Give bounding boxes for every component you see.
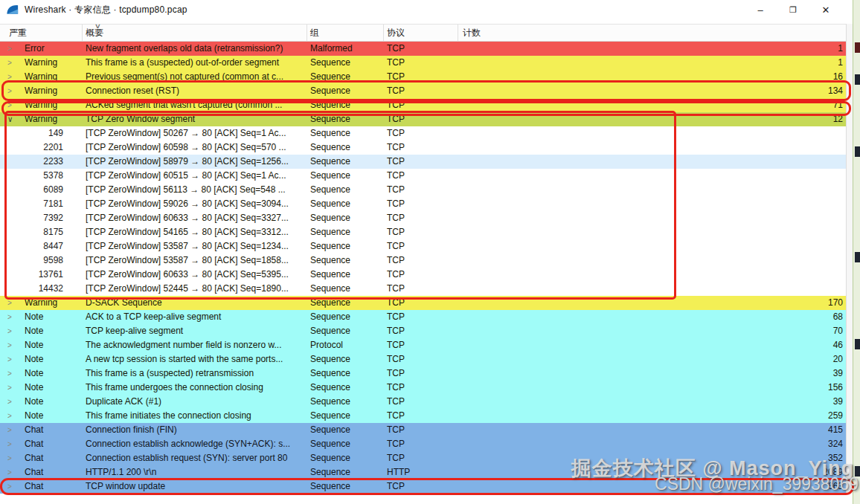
expert-row[interactable]: >WarningACKed segment that wasn't captur… (0, 98, 846, 112)
chevron-right-icon[interactable]: > (7, 381, 16, 395)
expert-row[interactable]: >NoteTCP keep-alive segmentSequenceTCP70 (0, 324, 846, 338)
expert-row[interactable]: ∨WarningTCP Zero Window segmentSequenceT… (0, 112, 846, 126)
expert-row[interactable]: >NoteA new tcp session is started with t… (0, 352, 846, 366)
expert-row[interactable]: >ChatConnection finish (FIN)SequenceTCP4… (0, 423, 846, 437)
chevron-right-icon[interactable]: > (7, 423, 16, 437)
summary-cell: [TCP ZeroWindow] 60598 → 80 [ACK] Seq=57… (83, 140, 307, 155)
column-header-group[interactable]: 组 (307, 25, 384, 41)
chevron-right-icon[interactable]: > (7, 437, 16, 451)
expert-row[interactable]: >ChatConnection establish acknowledge (S… (0, 437, 846, 451)
packet-row[interactable]: 14432[TCP ZeroWindow] 52445 → 80 [ACK] S… (0, 282, 846, 296)
chevron-right-icon[interactable]: > (7, 56, 16, 70)
packet-row[interactable]: 7392[TCP ZeroWindow] 60633 → 80 [ACK] Se… (0, 211, 846, 225)
protocol-cell: TCP (384, 338, 458, 352)
column-header-summary[interactable]: 概要 (83, 25, 307, 41)
chevron-right-icon[interactable]: > (7, 310, 16, 324)
severity-cell: >Chat (0, 437, 83, 451)
packet-row[interactable]: 2201[TCP ZeroWindow] 60598 → 80 [ACK] Se… (0, 140, 846, 155)
severity-cell: >Note (0, 338, 83, 352)
chevron-right-icon[interactable]: > (7, 409, 16, 423)
count-cell: 415 (458, 423, 846, 437)
expert-row[interactable]: >WarningD-SACK SequenceSequenceTCP170 (0, 296, 846, 310)
chevron-right-icon[interactable]: > (7, 296, 16, 310)
vertical-scrollbar[interactable] (846, 24, 853, 494)
severity-cell: >Chat (0, 465, 83, 479)
chevron-right-icon[interactable]: > (7, 352, 16, 366)
expert-row[interactable]: >WarningPrevious segment(s) not captured… (0, 70, 846, 84)
packet-row[interactable]: 9598[TCP ZeroWindow] 53587 → 80 [ACK] Se… (0, 253, 846, 268)
chevron-right-icon[interactable]: > (7, 42, 16, 56)
packet-row[interactable]: 8175[TCP ZeroWindow] 54165 → 80 [ACK] Se… (0, 225, 846, 239)
packet-row[interactable]: 5378[TCP ZeroWindow] 60515 → 80 [ACK] Se… (0, 169, 846, 183)
summary-cell: Connection establish request (SYN): serv… (83, 451, 307, 465)
packet-row[interactable]: 6089[TCP ZeroWindow] 56113 → 80 [ACK] Se… (0, 183, 846, 197)
expert-row[interactable]: >WarningThis frame is a (suspected) out-… (0, 56, 846, 70)
column-header-severity[interactable]: 严重 (0, 25, 83, 41)
severity-cell: >Note (0, 310, 83, 324)
count-cell: 170 (458, 296, 846, 310)
chevron-right-icon[interactable]: > (7, 465, 16, 479)
group-cell: Sequence (307, 112, 384, 126)
protocol-cell: TCP (384, 84, 458, 98)
protocol-cell: TCP (384, 112, 458, 126)
severity-label: Note (25, 352, 43, 366)
packet-row[interactable]: 149[TCP ZeroWindow] 50267 → 80 [ACK] Seq… (0, 126, 846, 140)
chevron-right-icon[interactable]: > (7, 451, 16, 465)
expert-row[interactable]: >ChatConnection establish request (SYN):… (0, 451, 846, 465)
protocol-cell: TCP (384, 155, 458, 169)
count-cell: 39 (458, 366, 846, 381)
count-cell (458, 155, 846, 169)
window-title: Wireshark · 专家信息 · tcpdump80.pcap (25, 4, 187, 16)
expert-row[interactable]: >NoteThe acknowledgment number field is … (0, 338, 846, 352)
expert-row[interactable]: >WarningConnection reset (RST)SequenceTC… (0, 84, 846, 98)
expert-row[interactable]: >NoteThis frame initiates the connection… (0, 409, 846, 423)
severity-cell: >Chat (0, 423, 83, 437)
summary-cell: D-SACK Sequence (83, 296, 307, 310)
group-cell: Sequence (307, 84, 384, 98)
summary-cell: ACK to a TCP keep-alive segment (83, 310, 307, 324)
minimize-button[interactable]: – (744, 0, 777, 19)
expert-row[interactable]: >ChatHTTP/1.1 200 \r\nSequenceHTTP2089 (0, 465, 846, 479)
chevron-right-icon[interactable]: > (7, 338, 16, 352)
summary-cell: [TCP ZeroWindow] 60633 → 80 [ACK] Seq=33… (83, 211, 307, 225)
packet-row[interactable]: 2233[TCP ZeroWindow] 58979 → 80 [ACK] Se… (0, 155, 846, 169)
chevron-right-icon[interactable]: > (7, 70, 16, 84)
chevron-right-icon[interactable]: > (7, 395, 16, 409)
packet-row[interactable]: 8447[TCP ZeroWindow] 53587 → 80 [ACK] Se… (0, 239, 846, 253)
severity-label: Error (25, 42, 45, 56)
chevron-right-icon[interactable]: > (7, 324, 16, 338)
packet-number: 8447 (0, 239, 63, 253)
protocol-cell: TCP (384, 451, 458, 465)
chevron-right-icon[interactable]: > (7, 479, 16, 494)
severity-label: Warning (25, 84, 57, 98)
expert-row[interactable]: >ErrorNew fragment overlaps old data (re… (0, 42, 846, 56)
severity-label: Chat (25, 437, 43, 451)
chevron-right-icon[interactable]: > (7, 84, 16, 98)
protocol-cell: TCP (384, 437, 458, 451)
expert-row[interactable]: >NoteACK to a TCP keep-alive segmentSequ… (0, 310, 846, 324)
packet-row[interactable]: 13761[TCP ZeroWindow] 60633 → 80 [ACK] S… (0, 268, 846, 282)
expert-row[interactable]: >NoteDuplicate ACK (#1)SequenceTCP39 (0, 395, 846, 409)
expert-row[interactable]: >ChatTCP window updateSequenceTCP663 (0, 479, 846, 494)
chevron-right-icon[interactable]: > (7, 98, 16, 112)
summary-cell: ACKed segment that wasn't captured (comm… (83, 98, 307, 112)
column-header-protocol[interactable]: 协议 (384, 25, 458, 41)
severity-label: Chat (25, 423, 43, 437)
maximize-button[interactable]: ❐ (777, 0, 809, 19)
group-cell: Sequence (307, 169, 384, 183)
expert-row[interactable]: >NoteThis frame is a (suspected) retrans… (0, 366, 846, 381)
packet-number: 13761 (0, 268, 63, 282)
severity-cell: 14432 (0, 282, 83, 296)
chevron-right-icon[interactable]: > (7, 366, 16, 381)
close-button[interactable]: ✕ (809, 0, 842, 19)
severity-cell: >Chat (0, 451, 83, 465)
group-cell: Sequence (307, 268, 384, 282)
chevron-down-icon[interactable]: ∨ (7, 112, 16, 126)
group-cell: Sequence (307, 479, 384, 494)
severity-label: Note (25, 409, 43, 423)
column-header-count[interactable]: 计数 (458, 25, 846, 41)
packet-row[interactable]: 7181[TCP ZeroWindow] 59026 → 80 [ACK] Se… (0, 197, 846, 211)
window-controls: – ❐ ✕ (744, 0, 842, 19)
expert-row[interactable]: >NoteThis frame undergoes the connection… (0, 381, 846, 395)
summary-cell: This frame is a (suspected) retransmissi… (83, 366, 307, 381)
